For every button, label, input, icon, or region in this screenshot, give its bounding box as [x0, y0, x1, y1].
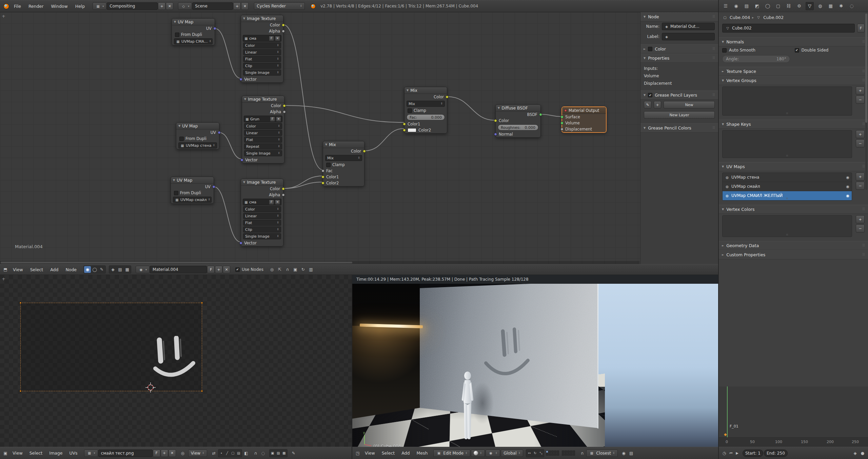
- displacement-input-socket[interactable]: [560, 128, 564, 131]
- clamp-checkbox[interactable]: [408, 108, 412, 113]
- fake-user-button[interactable]: F: [270, 117, 275, 122]
- image-browse-icon[interactable]: ▦: [244, 35, 248, 42]
- panel-properties[interactable]: ▼Properties⠿: [640, 54, 718, 63]
- remove-vertex-color-button[interactable]: −: [856, 224, 865, 233]
- menu-file[interactable]: File: [11, 0, 24, 12]
- tab-object-icon[interactable]: ▢: [774, 2, 782, 10]
- editor-type-button[interactable]: ⬒: [2, 266, 9, 273]
- panel-drag-icon[interactable]: ⠿: [862, 69, 865, 74]
- color1-input-socket[interactable]: [321, 176, 324, 179]
- auto-render-icon[interactable]: ↻: [300, 266, 307, 273]
- draw-channel-z-icon[interactable]: ▩: [281, 450, 287, 457]
- menu-window[interactable]: Window: [48, 0, 71, 12]
- list-resize-grip[interactable]: ⠶: [786, 196, 788, 200]
- manipulator-scale-icon[interactable]: ⤡: [538, 450, 544, 457]
- list-resize-grip[interactable]: ⠶: [786, 233, 788, 236]
- tab-material-icon[interactable]: ◍: [816, 2, 824, 10]
- vertex-select-icon[interactable]: ∙: [219, 450, 224, 457]
- node-header[interactable]: ▼Image Texture: [241, 15, 283, 22]
- node-image-texture-3[interactable]: ▼Image Texture Color Alpha ▦смаF✕ Color⇕…: [241, 179, 283, 246]
- node-header[interactable]: ▼UV Map: [171, 177, 214, 184]
- node-header[interactable]: ▼UV Map: [176, 123, 219, 129]
- frame-jump-start-icon[interactable]: ⏮: [728, 450, 734, 457]
- manipulator-rotate-icon[interactable]: ↻: [532, 450, 538, 457]
- image-browse[interactable]: ▦▾: [84, 450, 98, 457]
- uv-sync-icon[interactable]: ⇄: [211, 450, 217, 457]
- blend-type-select[interactable]: Mix⇕: [407, 101, 445, 107]
- uv-output-socket[interactable]: [212, 185, 215, 188]
- menu-image[interactable]: Image: [46, 447, 65, 459]
- color-space-select[interactable]: Color⇕: [243, 42, 281, 48]
- uv-vertex[interactable]: [20, 390, 21, 392]
- fake-user-button[interactable]: F: [153, 450, 160, 457]
- panel-texture-space[interactable]: ►Texture Space⠿: [719, 67, 868, 76]
- normal-input-socket[interactable]: [494, 133, 497, 136]
- render-toggle-icon[interactable]: ◉: [846, 184, 849, 189]
- panel-uv-maps[interactable]: ▼UV Maps⠿: [719, 162, 868, 171]
- from-dupli-checkbox[interactable]: [175, 33, 179, 37]
- color2-input-socket[interactable]: [403, 129, 406, 132]
- tab-modifiers-icon[interactable]: ⚙: [795, 2, 803, 10]
- volume-input-socket[interactable]: [560, 122, 564, 125]
- panel-shape-keys[interactable]: ▼Shape Keys⠿: [719, 120, 868, 129]
- editor-type-button[interactable]: ▣: [2, 450, 9, 457]
- source-select[interactable]: Single Image⇕: [244, 150, 282, 156]
- double-sided-toggle[interactable]: Double Sided: [795, 48, 865, 53]
- image-name[interactable]: Grun: [250, 117, 269, 121]
- node-image-texture-1[interactable]: ▼Image Texture Color Alpha ▦смаF✕ Color⇕…: [241, 15, 283, 83]
- proportional-edit-icon[interactable]: ◌: [260, 450, 267, 457]
- panel-drag-icon[interactable]: ⠿: [712, 93, 715, 97]
- unlink-image-button[interactable]: ✕: [169, 450, 176, 457]
- node-header[interactable]: ▼UV Map: [172, 19, 215, 25]
- fake-user-button[interactable]: F: [857, 24, 865, 33]
- material-name-field[interactable]: Material.004: [150, 266, 207, 273]
- end-frame-field[interactable]: End:250: [764, 450, 788, 457]
- draw-channel-alpha-icon[interactable]: ▨: [276, 450, 281, 457]
- node-label-field[interactable]: ◈: [662, 33, 715, 40]
- menu-select[interactable]: Select: [27, 264, 46, 275]
- node-editor-hscrollbar[interactable]: [0, 261, 639, 264]
- menu-node[interactable]: Node: [62, 264, 80, 275]
- clamp-checkbox[interactable]: [326, 163, 331, 167]
- uv-maps-list[interactable]: ◍UVMap стена◉ ◍UVMap смайл◉ ◍UVMap СМАИЛ…: [722, 173, 852, 201]
- node-editor-canvas[interactable]: + ▼UV Map UV From Dupli ▦UVMap СМА...⇕ ▼…: [0, 12, 718, 264]
- tab-object-data-icon[interactable]: ▽: [806, 2, 814, 10]
- interpolation-select[interactable]: Linear⇕: [243, 49, 281, 55]
- menu-add[interactable]: Add: [398, 447, 413, 459]
- opengl-render-icon[interactable]: ◉: [620, 450, 627, 457]
- menu-add[interactable]: Add: [47, 264, 61, 275]
- face-select-icon[interactable]: ▢: [230, 450, 236, 457]
- vector-input-socket[interactable]: [240, 159, 243, 162]
- projection-select[interactable]: Flat⇕: [243, 220, 281, 226]
- node-mix-2[interactable]: ▼Mix Color Mix⇕ Clamp Fac Color1 Color2: [323, 141, 364, 186]
- surface-input-socket[interactable]: [560, 116, 564, 119]
- uv-map-select[interactable]: ▦UVMap стена⇕: [178, 142, 217, 148]
- grease-pencil-icon[interactable]: ✎: [290, 450, 297, 457]
- blend-type-select[interactable]: Mix⇕: [325, 155, 362, 161]
- vertex-groups-list[interactable]: ⠶: [722, 86, 852, 116]
- shape-keys-list[interactable]: ⠶: [722, 130, 852, 158]
- opengl-render-anim-icon[interactable]: ▤: [628, 450, 635, 457]
- collapse-icon[interactable]: ▼: [173, 179, 175, 182]
- node-header[interactable]: ▼Mix: [405, 87, 447, 94]
- panel-drag-icon[interactable]: ⠿: [862, 40, 865, 44]
- image-browse-icon[interactable]: ▦: [245, 116, 249, 122]
- node-material-output[interactable]: Material Output Surface Volume Displacem…: [562, 107, 606, 133]
- panel-grease-pencil-layers[interactable]: ▼Grease Pencil Layers⠿: [640, 91, 718, 100]
- properties-scrollbar[interactable]: [865, 14, 867, 190]
- collapse-icon[interactable]: ▼: [407, 89, 409, 92]
- alpha-output-socket[interactable]: [283, 111, 286, 114]
- uv-output-socket[interactable]: [213, 27, 216, 30]
- mesh-name-field[interactable]: ▽Cube.002: [722, 24, 855, 33]
- pin-icon[interactable]: ◎: [179, 450, 186, 457]
- draw-channel-color-icon[interactable]: ▣: [270, 450, 275, 457]
- pin-icon[interactable]: ◎: [269, 266, 275, 273]
- gp-draw-button[interactable]: ✎: [644, 101, 651, 108]
- panel-drag-icon[interactable]: ⠿: [862, 243, 865, 248]
- panel-drag-icon[interactable]: ⠿: [862, 78, 865, 83]
- vector-input-socket[interactable]: [239, 78, 242, 81]
- remove-shape-key-button[interactable]: −: [856, 139, 865, 147]
- panel-custom-properties[interactable]: ►Custom Properties⠿: [719, 250, 868, 259]
- fac-slider[interactable]: Fac:0.000: [407, 114, 445, 120]
- double-sided-checkbox[interactable]: [795, 48, 799, 53]
